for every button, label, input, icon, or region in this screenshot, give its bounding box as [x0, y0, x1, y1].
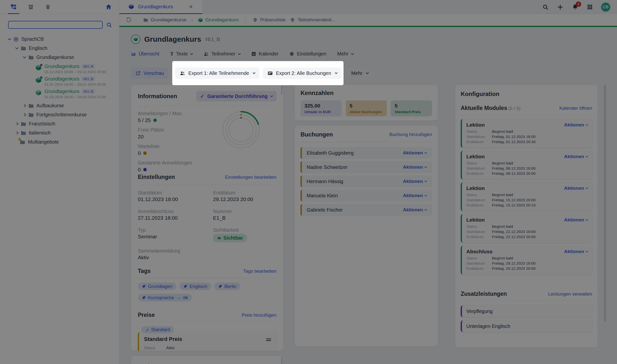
search-icon[interactable] — [106, 22, 112, 28]
module-actions-dropdown[interactable]: Aktionen — [564, 217, 588, 223]
tab-mehr[interactable]: Mehr — [337, 51, 353, 57]
locked-folder-icon — [19, 139, 26, 145]
open-calendar-link[interactable]: Kalender öffnen — [559, 106, 592, 111]
tree-node-italienisch[interactable]: Italienisch — [0, 128, 119, 137]
module-card[interactable]: Lektion Aktionen StatusBeginnt bald Star… — [461, 182, 592, 211]
tag-chip[interactable]: Englisch — [179, 283, 211, 290]
manage-services-link[interactable]: Leistungen verwalten — [548, 291, 592, 297]
tree-course-item[interactable]: Grundlagenkurs#E1_B 01.01.2024 18:00 – 2… — [0, 76, 119, 86]
chevron-down-icon[interactable] — [8, 37, 11, 40]
chevron-down-icon[interactable] — [15, 46, 18, 49]
apps-grid-button[interactable] — [586, 3, 593, 11]
tag-chip[interactable]: Grundlagen — [138, 283, 176, 290]
module-actions-dropdown[interactable]: Aktionen — [564, 122, 588, 128]
tree-view-button[interactable] — [10, 3, 17, 11]
tree-node-englisch[interactable]: Englisch — [0, 44, 119, 53]
export-bookings-button[interactable]: Export 2: Alle Buchungen — [263, 67, 342, 79]
tree-node-franzoesisch[interactable]: Französisch — [0, 119, 119, 128]
chevron-right-icon[interactable] — [15, 122, 18, 125]
booking-row[interactable]: Hermann Hässig Aktionen — [301, 175, 432, 187]
module-title: Lektion — [466, 217, 485, 223]
preview-button[interactable]: Vorschau — [131, 67, 168, 79]
tab-uebersicht[interactable]: Übersicht — [131, 51, 159, 57]
tree-node-multiangebote[interactable]: Multiangebote — [0, 137, 119, 147]
avatar[interactable]: CB — [601, 2, 611, 12]
tag-icon — [142, 284, 146, 288]
chevron-down-icon — [586, 218, 588, 221]
breadcrumb-current[interactable]: Grundlagenkurs — [198, 17, 239, 23]
button-label: Export 2: Alle Buchungen — [276, 70, 331, 76]
module-actions-dropdown[interactable]: Aktionen — [564, 249, 588, 254]
add-button[interactable] — [557, 3, 564, 11]
trash-button[interactable] — [44, 3, 52, 11]
booking-row[interactable]: Elisabeth Guggisberg Aktionen — [301, 147, 432, 159]
price-pin-chip[interactable]: Standard — [141, 326, 174, 333]
module-actions-dropdown[interactable]: Aktionen — [564, 154, 588, 159]
booking-actions-dropdown[interactable]: Aktionen — [403, 207, 427, 213]
scrollbar-thumb[interactable] — [281, 357, 283, 364]
scrollbar-thumb[interactable] — [281, 86, 283, 95]
tab-texte[interactable]: T Texte — [170, 51, 193, 57]
sidebar-search-input[interactable] — [8, 21, 103, 29]
breadcrumb-doc-praesenzliste[interactable]: Präsenzliste — [253, 17, 286, 23]
close-icon[interactable]: ✕ — [189, 4, 193, 10]
history-icon[interactable] — [126, 17, 132, 23]
booking-row[interactable]: Nadine Schweitzer Aktionen — [301, 161, 432, 173]
chevron-down-icon[interactable] — [23, 55, 26, 58]
tab-einstellungen[interactable]: Einstellungen — [289, 51, 326, 57]
home-button[interactable] — [105, 3, 112, 11]
edit-settings-link[interactable]: Einstellungen bearbeiten — [225, 175, 276, 180]
section-title: Zusatzleistungen — [461, 291, 507, 297]
tag-chip[interactable]: Berlin — [214, 283, 240, 290]
tree-course-item[interactable]: Grundlagenkurs#E1_B 01.12.2023 18:00 – 2… — [0, 64, 119, 74]
stat-label: Gestartete Anmeldungen — [138, 160, 276, 166]
add-price-link[interactable]: Preis hinzufügen — [242, 312, 276, 318]
edit-tags-link[interactable]: Tags bearbeiten — [243, 269, 276, 274]
more-button[interactable]: Mehr — [347, 67, 373, 79]
booking-row[interactable]: Manuela Klein Aktionen — [301, 190, 432, 202]
service-card[interactable]: Verpflegung — [461, 305, 592, 317]
scrollbar-thumb[interactable] — [604, 85, 606, 322]
booking-row[interactable]: Gabriele Fischer Aktionen — [301, 204, 432, 216]
booking-actions-dropdown[interactable]: Aktionen — [403, 193, 427, 198]
course-code-badge: #E1_B — [82, 89, 95, 94]
drag-handle-icon[interactable] — [266, 337, 271, 342]
tree-node-fortgeschrittenenkurse[interactable]: Fortgeschrittenenkurse — [0, 110, 119, 119]
chevron-right-icon[interactable] — [15, 131, 18, 135]
module-title: Abschluss — [466, 249, 492, 255]
field-label: Typ — [138, 227, 213, 233]
button-label: Export 1: Alle Teilnehmende — [188, 70, 249, 76]
module-card[interactable]: Lektion Aktionen StatusBeginnt bald Star… — [461, 151, 592, 179]
booking-actions-dropdown[interactable]: Aktionen — [403, 150, 427, 156]
global-search-button[interactable] — [542, 3, 549, 11]
chevron-right-icon[interactable] — [23, 113, 26, 116]
booking-actions-dropdown[interactable]: Aktionen — [403, 179, 427, 184]
tree-node-aufbaukurse[interactable]: Aufbaukurse — [0, 101, 119, 110]
booking-actions-dropdown[interactable]: Aktionen — [403, 164, 427, 170]
tag-icon — [183, 284, 187, 288]
archive-button[interactable] — [27, 3, 34, 11]
capacity-donut-chart — [220, 109, 262, 151]
add-booking-link[interactable]: Buchung hinzufügen — [389, 132, 432, 137]
tag-chip-language[interactable]: Kurssprache → DE — [138, 294, 192, 301]
service-card[interactable]: Unterlagen Englisch — [461, 320, 592, 332]
tree-node-grundlagenkurse[interactable]: Grundlagenkurse — [0, 53, 119, 62]
module-card[interactable]: Lektion Aktionen StatusBeginnt bald Star… — [461, 119, 592, 148]
export-participants-button[interactable]: Export 1: Alle Teilnehmende — [175, 67, 259, 79]
chevron-right-icon[interactable] — [23, 104, 26, 107]
tree-course-item[interactable]: Grundlagenkurs#E1_B 01.03.2024 18:00 – 2… — [0, 89, 119, 99]
module-card[interactable]: Abschluss Aktionen StatusBeginnt bald St… — [461, 246, 592, 274]
module-actions-dropdown[interactable]: Aktionen — [564, 186, 588, 191]
scrollbar-track[interactable] — [604, 85, 606, 348]
tab-teilnehmer[interactable]: Teilnehmer — [203, 51, 240, 57]
module-field-label: Status — [466, 192, 492, 197]
breadcrumb-doc-teilnehmendenliste[interactable]: Teilnehmendenli... — [290, 17, 335, 23]
tab-grundlagenkurs[interactable]: Grundlagenkurs ✕ — [119, 0, 202, 14]
tab-kalender[interactable]: Kalender — [251, 51, 278, 57]
tree-node-sprachcb[interactable]: SprachCB — [0, 35, 119, 44]
price-item[interactable]: Standard Preis StatusAktiv Verkauft5 — [138, 332, 276, 351]
breadcrumb-folder[interactable]: Grundlagenkurse — [143, 17, 187, 23]
module-card[interactable]: Lektion Aktionen StatusBeginnt bald Star… — [461, 214, 592, 243]
guaranteed-status-dropdown[interactable]: ✓ Garantierte Durchführung — [196, 91, 276, 101]
notifications-button[interactable]: 1 — [571, 3, 579, 11]
